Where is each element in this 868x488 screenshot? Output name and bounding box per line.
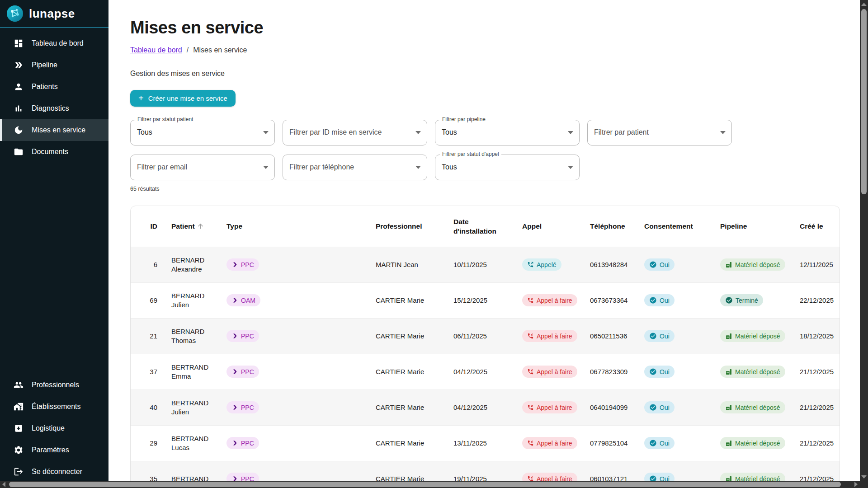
cell-patient: BERNARDAlexandre [171,256,226,274]
dropdown-arrow-icon [415,131,421,134]
scroll-up-arrow-icon[interactable] [861,3,867,6]
chevron-icon [231,261,238,268]
filter-filtrer-par-statut-patient[interactable]: Filtrer par statut patientTous [130,120,275,145]
people-icon [14,380,24,390]
sidebar-item-mises-en-service[interactable]: Mises en service [0,119,108,141]
scrollbar-corner [860,481,868,488]
column-header-pipeline[interactable]: Pipeline [720,222,800,230]
table-row[interactable]: 29BERTRANDLucasPPCCARTIER Marie13/11/202… [131,425,840,461]
filter-field-value: Tous [442,128,457,136]
column-header-type[interactable]: Type [226,222,376,230]
column-header-date-d-installation[interactable]: Date d'installation [453,217,522,236]
pipeline-badge: Matériel déposé [720,437,785,449]
pipeline-badge-label: Matériel déposé [735,261,780,268]
cell-id: 37 [131,368,171,375]
cell-date-installation: 04/12/2025 [453,404,522,411]
cell-telephone: 0779825104 [590,439,644,447]
check-circle-icon [649,296,657,304]
column-header-patient[interactable]: Patient [171,222,226,230]
cell-type: PPC [226,473,376,481]
column-header-label: Pipeline [720,222,747,230]
column-header-professionnel[interactable]: Professionnel [376,222,453,230]
column-header-consentement[interactable]: Consentement [644,222,720,230]
pipeline-badge-label: Matériel déposé [735,333,780,340]
dropdown-arrow-icon [415,166,421,169]
sidebar-item-diagnostics[interactable]: Diagnostics [0,98,108,119]
table-row[interactable]: 37BERTRANDEmmaPPCCARTIER Marie04/12/2025… [131,354,840,389]
cell-consentement: Oui [644,258,720,271]
box-arrow-icon [14,423,24,433]
check-circle-icon [649,332,657,340]
table-row[interactable]: 21BERNARDThomasPPCCARTIER Marie06/11/202… [131,318,840,354]
column-header-cree-le[interactable]: Créé le [800,222,840,230]
sidebar-item-label: Patients [32,83,58,91]
cell-appel: Appel à faire [522,366,590,378]
type-badge: PPC [226,437,259,449]
sidebar-item-documents[interactable]: Documents [0,141,108,163]
check-circle-icon [649,261,657,268]
cell-appel: Appel à faire [522,473,590,481]
cell-date-installation: 06/11/2025 [453,332,522,340]
sidebar-item-parametres[interactable]: Paramètres [0,439,108,461]
chevron-icon [231,475,238,481]
cell-professionnel: CARTIER Marie [376,296,453,304]
sidebar-item-professionnels[interactable]: Professionnels [0,374,108,396]
cell-id: 29 [131,439,171,447]
main-content: Mises en service Tableau de bord / Mises… [108,0,860,481]
column-header-appel[interactable]: Appel [522,222,590,230]
sidebar-item-patients[interactable]: Patients [0,76,108,98]
sidebar-item-tableau-de-bord[interactable]: Tableau de bord [0,33,108,54]
type-badge-label: PPC [241,333,254,340]
scroll-left-arrow-icon[interactable] [2,482,5,487]
filter-filtrer-par-email[interactable]: Filtrer par email [130,155,275,180]
table-row[interactable]: 6BERNARDAlexandrePPCMARTIN Jean10/11/202… [131,247,840,282]
column-header-id[interactable]: ID [131,222,171,230]
sidebar-item-se-deconnecter[interactable]: Se déconnecter [0,461,108,483]
logo[interactable]: lunapse [0,0,108,28]
sidebar-item-logistique[interactable]: Logistique [0,418,108,439]
cell-patient: BERTRANDEmma [171,363,226,381]
create-mise-en-service-button[interactable]: + Créer une mise en service [130,90,236,107]
breadcrumb-link-dashboard[interactable]: Tableau de bord [130,46,182,54]
horizontal-scrollbar-thumb[interactable] [9,482,841,487]
column-header-label: Consentement [644,222,693,230]
patient-name: BERTRANDJulien [171,399,208,417]
column-header-label: Téléphone [590,222,625,230]
table-row[interactable]: 35BERTRANDPPCCARTIER Marie19/11/2025Appe… [131,461,840,481]
material-deposit-icon [725,440,732,447]
phone-missed-icon [527,440,534,446]
column-header-telephone[interactable]: Téléphone [590,222,644,230]
sidebar-item-etablissements[interactable]: Établissements [0,396,108,418]
vertical-scrollbar[interactable] [860,0,868,481]
consent-badge: Oui [644,258,675,271]
table-row[interactable]: 69BERNARDJulienOAMCARTIER Marie15/12/202… [131,282,840,318]
table-row[interactable]: 40BERTRANDJulienPPCCARTIER Marie04/12/20… [131,389,840,425]
dropdown-arrow-icon [263,131,269,134]
app-name: lunapse [29,7,75,21]
pipeline-badge-label: Matériel déposé [735,368,780,375]
column-header-label: Appel [522,222,542,230]
breadcrumb-separator: / [187,46,189,54]
breadcrumb-current: Mises en service [193,46,247,54]
consent-badge-label: Oui [660,333,670,340]
filter-filtrer-par-pipeline[interactable]: Filtrer par pipelineTous [435,120,580,145]
consent-badge-label: Oui [660,404,670,411]
filter-filtrer-par-id-mise-en-service[interactable]: Filtrer par ID mise en service [283,120,427,145]
sidebar-item-label: Diagnostics [32,104,69,113]
filter-filtrer-par-telephone[interactable]: Filtrer par téléphone [283,155,427,180]
appel-badge-label: Appel à faire [537,404,572,411]
chevron-icon [231,368,238,375]
scroll-right-arrow-icon[interactable] [854,482,858,487]
filter-filtrer-par-patient[interactable]: Filtrer par patient [587,120,732,145]
cell-professionnel: CARTIER Marie [376,439,453,447]
pipeline-badge: Matériel déposé [720,366,785,378]
vertical-scrollbar-thumb[interactable] [861,9,867,194]
filter-field-label: Filtrer par statut d'appel [440,151,501,157]
sidebar-item-pipeline[interactable]: Pipeline [0,54,108,76]
scroll-down-arrow-icon[interactable] [861,475,867,479]
check-circle-icon [725,296,733,304]
cell-date-installation: 19/11/2025 [453,475,522,481]
cell-id: 40 [131,404,171,411]
filter-filtrer-par-statut-d-appel[interactable]: Filtrer par statut d'appelTous [435,155,580,180]
horizontal-scrollbar[interactable] [0,481,860,488]
